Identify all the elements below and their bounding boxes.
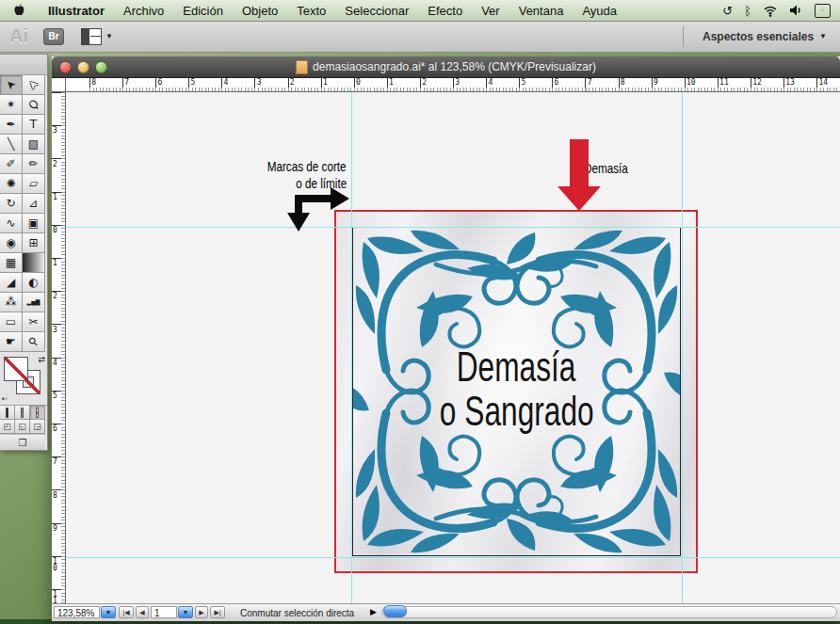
arrange-documents-button[interactable]: ▼ [81, 28, 113, 45]
ruler-label: 12 [752, 79, 762, 86]
ruler-label: 2 [422, 79, 427, 86]
gradient-button[interactable] [15, 406, 30, 420]
ruler-label: 3 [53, 127, 57, 134]
bluetooth-icon[interactable]: ᛒ [744, 5, 751, 17]
magic-wand-tool[interactable]: ✶ [0, 95, 23, 115]
black-elbow-arrow[interactable] [285, 184, 355, 233]
fill-swatch[interactable] [4, 357, 28, 381]
ruler-label: 6 [555, 79, 559, 86]
draw-normal-button[interactable]: ◰ [0, 420, 15, 434]
first-artboard-button[interactable]: |◀ [119, 606, 134, 618]
pen-tool[interactable]: ✒ [0, 115, 23, 135]
tool-icon: ◐ [28, 277, 38, 288]
window-title-bar[interactable]: demasiaosangrado.ai* al 123,58% (CMYK/Pr… [52, 56, 840, 78]
ruler-label: 2 [290, 79, 295, 86]
artboard-number-field[interactable]: 1 [151, 606, 177, 618]
rectangle-tool[interactable]: ▧ [23, 135, 45, 154]
apple-menu[interactable] [13, 4, 25, 17]
free-transform-tool[interactable]: ▣ [23, 214, 45, 233]
graph-tool[interactable]: ▂▅▇ [23, 293, 45, 312]
shape-builder-tool[interactable]: ◉ [0, 233, 23, 253]
width-tool[interactable]: ∿ [0, 214, 23, 233]
screen-mode-button[interactable]: ❐ [0, 434, 45, 450]
zoom-tool[interactable]: ⚲ [23, 332, 45, 352]
guide-vertical[interactable] [682, 92, 683, 603]
workspace-switcher[interactable]: Aspectos esenciales ▼ [683, 26, 840, 47]
symbol-sprayer-tool[interactable]: ⁂ [0, 293, 23, 312]
menu-item[interactable]: Efecto [418, 4, 472, 18]
guide-horizontal[interactable] [66, 227, 840, 228]
canvas[interactable]: Demasía o Sangrado Marcas de corte o de … [66, 92, 840, 603]
type-tool[interactable]: T [23, 115, 45, 135]
draw-inside-button[interactable]: ◲ [30, 420, 45, 434]
menu-item[interactable]: Archivo [114, 4, 173, 18]
mesh-tool[interactable]: ▦ [0, 253, 23, 273]
artboard-tool[interactable]: ▭ [0, 312, 23, 332]
horizontal-ruler[interactable]: 8765432101234567891011121314 [66, 78, 840, 92]
status-mode-label: Conmutar selección directa [240, 608, 354, 618]
ruler-label: 9 [53, 525, 57, 532]
selection-tool[interactable]: ➤ [0, 75, 23, 95]
pencil-tool[interactable]: ✏ [23, 154, 45, 174]
hand-tool[interactable]: ☛ [0, 332, 23, 352]
blend-tool[interactable]: ◐ [23, 273, 45, 293]
blob-brush-tool[interactable]: ✺ [0, 174, 23, 194]
guide-vertical[interactable] [351, 92, 352, 603]
none-button[interactable] [30, 406, 45, 420]
paintbrush-tool[interactable]: ✐ [0, 154, 23, 174]
tool-icon: ✺ [6, 178, 15, 189]
draw-behind-button[interactable]: ◱ [15, 420, 30, 434]
rotate-tool[interactable]: ↻ [0, 194, 23, 214]
window-body: 32101234567891 01 1 [52, 92, 840, 603]
ruler-label: 10 [687, 79, 696, 86]
next-artboard-button[interactable]: ▶ [195, 606, 208, 618]
color-icon [6, 408, 8, 418]
tools-panel: ➤ ➤ ✶ Ϙ ✒ T ╲ [0, 54, 48, 451]
chevron-down-icon: ▼ [819, 32, 827, 40]
status-menu-arrow-icon[interactable]: ▶ [370, 607, 377, 616]
wifi-icon[interactable] [763, 4, 778, 17]
ruler-corner[interactable] [52, 78, 66, 92]
scale-tool[interactable]: ⊿ [23, 194, 45, 214]
menu-bar: Illustrator ArchivoEdiciónObjetoTextoSel… [0, 0, 840, 22]
tool-icon: Ϙ [26, 97, 40, 111]
direct-selection-tool[interactable]: ➤ [23, 75, 45, 95]
trim-box[interactable] [352, 227, 681, 556]
menu-item[interactable]: Seleccionar [335, 4, 418, 18]
time-machine-icon[interactable]: ↺ [722, 5, 733, 17]
artboard-dropdown-button[interactable]: ▼ [178, 606, 193, 618]
menu-item[interactable]: Ver [472, 4, 509, 18]
horizontal-scrollbar-track[interactable] [381, 606, 837, 618]
menu-item-illustrator[interactable]: Illustrator [39, 4, 114, 18]
tools-panel-header[interactable] [0, 55, 47, 75]
guide-horizontal[interactable] [66, 557, 840, 558]
gradient-tool[interactable] [23, 253, 45, 273]
go-to-bridge-button[interactable]: Br [43, 28, 64, 45]
menu-item[interactable]: Ventana [509, 4, 573, 18]
window-title-text: demasiaosangrado.ai* al 123,58% (CMYK/Pr… [313, 60, 596, 73]
menu-item[interactable]: Ayuda [573, 4, 626, 18]
eyedropper-tool[interactable]: ◢ [0, 273, 23, 293]
tool-icon: ↻ [6, 198, 15, 209]
lasso-tool[interactable]: Ϙ [23, 95, 45, 115]
tool-icon: ◢ [7, 277, 15, 288]
swap-fill-stroke-icon[interactable]: ⇄ [38, 355, 45, 364]
red-bleed-arrow[interactable] [556, 139, 603, 213]
vertical-ruler[interactable]: 32101234567891 01 1 [52, 92, 66, 603]
horizontal-scrollbar-thumb[interactable] [383, 605, 407, 617]
color-button[interactable] [0, 406, 15, 420]
zoom-level-field[interactable]: 123,58% [54, 606, 100, 618]
zoom-dropdown-button[interactable]: ▼ [101, 606, 116, 618]
previous-artboard-button[interactable]: ◀ [136, 606, 149, 618]
last-artboard-button[interactable]: ▶| [210, 606, 225, 618]
volume-icon[interactable] [789, 4, 803, 17]
menu-item[interactable]: Objeto [233, 4, 287, 18]
input-menu-icon[interactable]: ⁘ [815, 4, 831, 18]
perspective-grid-tool[interactable]: ⊞ [23, 233, 45, 253]
menu-item[interactable]: Edición [173, 4, 233, 18]
slice-tool[interactable]: ✂ [23, 312, 45, 332]
line-segment-tool[interactable]: ╲ [0, 135, 23, 154]
eraser-tool[interactable]: ▱ [23, 174, 45, 194]
default-fill-stroke-icon[interactable]: ▪▫ [2, 394, 8, 403]
menu-item[interactable]: Texto [287, 4, 335, 18]
